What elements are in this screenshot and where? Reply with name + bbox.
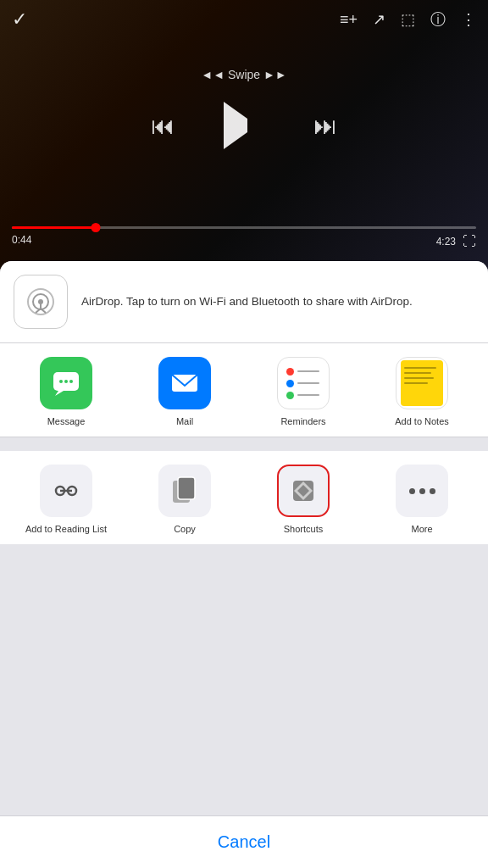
cancel-button[interactable]: Cancel: [0, 816, 488, 868]
copy-icon-box: [158, 465, 211, 517]
play-button[interactable]: [224, 102, 271, 149]
svg-point-9: [64, 380, 68, 383]
action-shortcuts[interactable]: Shortcuts: [244, 465, 363, 534]
fullscreen-icon[interactable]: ⛶: [463, 234, 476, 249]
airdrop-icon: [14, 275, 68, 329]
mail-label: Mail: [176, 416, 193, 426]
svg-marker-7: [55, 391, 64, 396]
more-icon-box: [396, 465, 448, 517]
swipe-text: ◄◄ Swipe ►►: [201, 68, 286, 81]
cancel-section[interactable]: Cancel: [0, 815, 488, 868]
app-share-row: Message Mail: [0, 343, 488, 437]
add-to-queue-icon[interactable]: ≡+: [340, 11, 358, 29]
reminders-label: Reminders: [280, 416, 325, 426]
reading-list-icon-box: [40, 465, 92, 517]
action-reading-list[interactable]: Add to Reading List: [7, 465, 125, 534]
time-labels: 0:44 4:23 ⛶: [12, 234, 476, 249]
svg-point-10: [69, 380, 73, 383]
more-vert-icon[interactable]: ⋮: [461, 10, 476, 29]
actions-row: Add to Reading List Copy Shortcuts: [0, 451, 488, 544]
playback-controls: ⏮ ⏭: [151, 102, 337, 149]
notes-icon: [396, 357, 448, 409]
more-dots-icon: [409, 488, 435, 494]
share-mail[interactable]: Mail: [125, 357, 244, 426]
video-player[interactable]: ✓ ≡+ ↗ ⬚ ⓘ ⋮ ◄◄ Swipe ►► ⏮ ⏭ 0:44 4:23 ⛶: [0, 0, 488, 280]
share-reminders[interactable]: Reminders: [244, 357, 363, 426]
shortcuts-label: Shortcuts: [284, 524, 323, 534]
time-current: 0:44: [12, 234, 31, 249]
notes-label: Add to Notes: [395, 416, 449, 426]
share-icon[interactable]: ↗: [373, 10, 385, 29]
share-notes[interactable]: Add to Notes: [363, 357, 481, 426]
reminders-icon: [277, 357, 330, 409]
progress-bar[interactable]: [12, 226, 476, 229]
airdrop-description: AirDrop. Tap to turn on Wi-Fi and Blueto…: [81, 294, 413, 310]
more-label: More: [411, 524, 432, 534]
share-sheet: AirDrop. Tap to turn on Wi-Fi and Blueto…: [0, 261, 488, 868]
action-copy[interactable]: Copy: [125, 465, 244, 534]
info-icon[interactable]: ⓘ: [430, 9, 446, 30]
section-divider: [0, 437, 488, 444]
airdrop-section[interactable]: AirDrop. Tap to turn on Wi-Fi and Blueto…: [0, 261, 488, 343]
mail-icon: [158, 357, 211, 409]
top-right-actions: ≡+ ↗ ⬚ ⓘ ⋮: [340, 9, 476, 30]
chevron-down-icon[interactable]: ✓: [12, 8, 27, 31]
copy-label: Copy: [174, 524, 196, 534]
reading-list-label: Add to Reading List: [25, 524, 107, 534]
swipe-label: ◄◄ Swipe ►►: [201, 68, 286, 81]
shortcuts-icon-box: [277, 465, 330, 517]
skip-next-icon[interactable]: ⏭: [313, 112, 337, 140]
message-icon: [40, 357, 92, 409]
time-total: 4:23: [436, 236, 456, 248]
progress-dot: [91, 223, 100, 232]
action-more[interactable]: More: [363, 465, 481, 534]
svg-rect-16: [178, 477, 195, 499]
cast-icon[interactable]: ⬚: [401, 10, 415, 29]
skip-prev-icon[interactable]: ⏮: [151, 112, 175, 140]
progress-fill: [12, 226, 96, 229]
progress-area[interactable]: 0:44 4:23 ⛶: [12, 226, 476, 249]
top-controls: ✓ ≡+ ↗ ⬚ ⓘ ⋮: [0, 0, 488, 39]
share-message[interactable]: Message: [7, 357, 125, 426]
svg-point-8: [59, 380, 63, 383]
message-label: Message: [47, 416, 86, 426]
